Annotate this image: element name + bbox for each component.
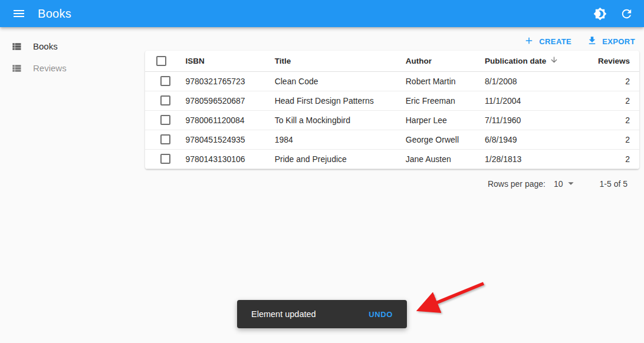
column-header-isbn[interactable]: ISBN xyxy=(178,51,267,71)
cell-author: Eric Freeman xyxy=(398,91,477,110)
app-bar: Books xyxy=(0,0,644,27)
cell-isbn: 9780061120084 xyxy=(178,110,267,130)
snackbar-message: Element updated xyxy=(251,309,316,319)
row-checkbox[interactable] xyxy=(160,134,170,144)
cell-reviews: 2 xyxy=(590,149,639,169)
cell-isbn: 9780596520687 xyxy=(178,91,267,110)
column-header-title[interactable]: Title xyxy=(267,51,398,71)
plus-icon xyxy=(524,35,534,48)
sidebar: Books Reviews xyxy=(0,27,145,192)
cell-reviews: 2 xyxy=(590,71,639,91)
row-checkbox[interactable] xyxy=(160,154,170,164)
theme-toggle-icon[interactable] xyxy=(593,7,607,21)
row-checkbox[interactable] xyxy=(160,95,170,105)
table-row[interactable]: 9780143130106 Pride and Prejudice Jane A… xyxy=(145,149,639,169)
refresh-icon[interactable] xyxy=(620,7,633,21)
cell-isbn: 9780451524935 xyxy=(178,130,267,149)
table-row[interactable]: 9780321765723 Clean Code Robert Martin 8… xyxy=(145,71,639,91)
rows-per-page-value: 10 xyxy=(554,179,563,189)
create-button-label: CREATE xyxy=(539,37,571,46)
rows-per-page-label: Rows per page: xyxy=(488,179,546,189)
list-icon xyxy=(11,62,22,74)
cell-publication-date: 6/8/1949 xyxy=(477,130,590,149)
sidebar-item-books[interactable]: Books xyxy=(0,35,145,57)
table-header-row: ISBN Title Author Publication date xyxy=(145,51,639,71)
download-icon xyxy=(587,35,597,48)
export-button-label: EXPORT xyxy=(602,37,635,46)
sidebar-item-reviews[interactable]: Reviews xyxy=(0,57,145,79)
cell-author: Harper Lee xyxy=(398,110,477,130)
cell-isbn: 9780321765723 xyxy=(178,71,267,91)
table-row[interactable]: 9780451524935 1984 George Orwell 6/8/194… xyxy=(145,130,639,149)
table-row[interactable]: 9780061120084 To Kill a Mockingbird Harp… xyxy=(145,110,639,130)
chevron-down-icon xyxy=(563,177,577,192)
cell-reviews: 2 xyxy=(590,91,639,110)
cell-author: George Orwell xyxy=(398,130,477,149)
cell-title: Clean Code xyxy=(267,71,398,91)
export-button[interactable]: EXPORT xyxy=(587,35,635,48)
cell-title: 1984 xyxy=(267,130,398,149)
table-row[interactable]: 9780596520687 Head First Design Patterns… xyxy=(145,91,639,110)
column-header-reviews[interactable]: Reviews xyxy=(590,51,639,71)
cell-title: Pride and Prejudice xyxy=(267,149,398,169)
column-header-author[interactable]: Author xyxy=(398,51,477,71)
annotation-arrow xyxy=(412,277,492,316)
header-checkbox-cell xyxy=(145,51,178,71)
cell-author: Robert Martin xyxy=(398,71,477,91)
cell-isbn: 9780143130106 xyxy=(178,149,267,169)
books-admin-screen: Books Books Reviews xyxy=(0,0,644,192)
cell-reviews: 2 xyxy=(590,110,639,130)
pagination-bar: Rows per page: 10 1-5 of 5 xyxy=(145,177,644,192)
list-toolbar: CREATE EXPORT xyxy=(145,27,644,51)
cell-publication-date: 8/1/2008 xyxy=(477,71,590,91)
cell-title: To Kill a Mockingbird xyxy=(267,110,398,130)
cell-author: Jane Austen xyxy=(398,149,477,169)
books-table: ISBN Title Author Publication date xyxy=(145,51,639,169)
main-layout: Books Reviews CREATE xyxy=(0,27,644,192)
page-title: Books xyxy=(38,7,71,21)
cell-publication-date: 1/28/1813 xyxy=(477,149,590,169)
create-button[interactable]: CREATE xyxy=(524,35,571,48)
books-list-card: ISBN Title Author Publication date xyxy=(145,51,639,169)
rows-per-page-select[interactable]: 10 xyxy=(554,177,577,192)
list-icon xyxy=(11,41,22,52)
row-checkbox[interactable] xyxy=(160,115,170,125)
sort-desc-arrow-icon xyxy=(550,55,558,66)
content-area: CREATE EXPORT xyxy=(145,27,644,192)
cell-reviews: 2 xyxy=(590,130,639,149)
cell-publication-date: 11/1/2004 xyxy=(477,91,590,110)
cell-publication-date: 7/11/1960 xyxy=(477,110,590,130)
pagination-range: 1-5 of 5 xyxy=(600,179,627,189)
row-checkbox[interactable] xyxy=(160,76,170,86)
sidebar-item-label: Reviews xyxy=(33,63,67,73)
column-header-publication-date[interactable]: Publication date xyxy=(477,51,590,71)
undo-button[interactable]: UNDO xyxy=(369,310,393,319)
app-bar-actions xyxy=(593,7,633,21)
cell-title: Head First Design Patterns xyxy=(267,91,398,110)
menu-icon[interactable] xyxy=(12,6,26,21)
snackbar: Element updated UNDO xyxy=(237,300,407,328)
sidebar-item-label: Books xyxy=(33,41,58,51)
select-all-checkbox[interactable] xyxy=(156,56,166,66)
